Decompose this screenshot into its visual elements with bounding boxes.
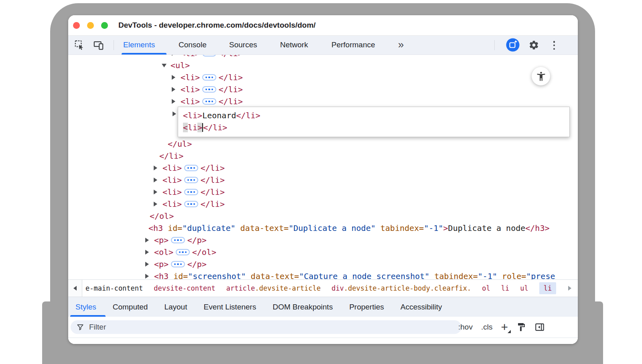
laptop-base-right xyxy=(587,301,603,364)
more-tabs-icon[interactable]: » xyxy=(398,36,404,53)
tab-accessibility[interactable]: Accessibility xyxy=(400,303,442,311)
breadcrumb-item[interactable]: article.devsite-article xyxy=(226,284,321,292)
tab-styles[interactable]: Styles xyxy=(75,303,96,311)
laptop-base-left xyxy=(42,301,58,364)
chevron-right-icon xyxy=(568,286,571,291)
expand-arrow-icon[interactable] xyxy=(172,87,181,92)
collapse-arrow-icon[interactable] xyxy=(162,64,171,67)
filter-funnel-icon xyxy=(76,323,84,331)
styles-filter-bar: :hov .cls + xyxy=(68,317,578,338)
expand-arrow-icon[interactable] xyxy=(172,99,181,104)
more-options-kebab-icon[interactable] xyxy=(552,41,556,50)
zoom-window-button[interactable] xyxy=(101,22,108,29)
dom-node-p[interactable]: <p> </p> xyxy=(68,258,578,270)
filter-input[interactable] xyxy=(88,322,411,332)
dom-node-li[interactable]: <li> </li> xyxy=(68,162,578,174)
expand-inline-icon[interactable] xyxy=(184,201,198,207)
expand-inline-icon[interactable] xyxy=(184,165,198,171)
breadcrumb-scroll-left-button[interactable] xyxy=(68,280,82,297)
active-tab-indicator xyxy=(122,53,167,55)
dom-node-li[interactable]: <li> </li> xyxy=(68,95,578,107)
new-style-rule-button[interactable]: + xyxy=(501,322,508,332)
editor-line-1: <li>Leonard</li> xyxy=(183,109,569,121)
expand-inline-icon[interactable] xyxy=(202,98,216,105)
tab-event-listeners[interactable]: Event Listeners xyxy=(203,303,256,311)
breadcrumb-item[interactable]: devsite-content xyxy=(154,284,215,292)
dom-node-ul-close[interactable]: </ul> xyxy=(68,138,578,150)
dom-node-ol-close[interactable]: </ol> xyxy=(68,210,578,222)
settings-gear-icon[interactable] xyxy=(528,40,539,51)
breadcrumb-item-selected[interactable]: li xyxy=(539,282,556,294)
dom-tree: <li> </li> <ul> <li> </li> <li> </li> xyxy=(68,55,578,279)
expand-arrow-icon[interactable] xyxy=(145,262,154,267)
expand-inline-icon[interactable] xyxy=(171,261,185,267)
expand-arrow-icon[interactable] xyxy=(154,178,163,182)
dom-node-li-clipped[interactable]: <li> </li> xyxy=(68,55,578,59)
tab-layout[interactable]: Layout xyxy=(164,303,187,311)
device-toolbar-icon[interactable] xyxy=(93,40,104,51)
dom-node-ol[interactable]: <ol> </ol> xyxy=(68,246,578,258)
expand-arrow-icon[interactable] xyxy=(154,202,163,206)
expand-arrow-icon[interactable] xyxy=(172,75,181,80)
dom-node-h3-duplicate[interactable]: <h3 id="duplicate" data-text="Duplicate … xyxy=(68,222,578,234)
dom-node-li[interactable]: <li> </li> xyxy=(68,83,578,95)
tab-console[interactable]: Console xyxy=(179,36,207,54)
devtools-toolbar: Elements Console Sources Network Perform… xyxy=(68,36,578,55)
devtools-window: DevTools - developer.chrome.com/docs/dev… xyxy=(68,15,578,344)
dom-node-li[interactable]: <li> </li> xyxy=(68,186,578,198)
dom-node-ul-open[interactable]: <ul> xyxy=(68,59,578,71)
breadcrumb-item[interactable]: ol xyxy=(482,284,490,292)
node-edit-row: <li>Leonard</li> <li></li> xyxy=(68,107,578,138)
filter-field[interactable] xyxy=(71,320,461,334)
breadcrumb-item[interactable]: li xyxy=(501,284,509,292)
breadcrumb-items: e-main-content devsite-content article.d… xyxy=(82,280,556,297)
expand-inline-icon[interactable] xyxy=(202,86,216,93)
toolbar-divider xyxy=(114,40,114,50)
ai-assistance-icon[interactable] xyxy=(506,38,520,52)
dom-node-p[interactable]: <p> </p> xyxy=(68,234,578,246)
breadcrumb-scroll-right-button[interactable] xyxy=(562,280,578,297)
expand-inline-icon[interactable] xyxy=(202,55,216,57)
tab-properties[interactable]: Properties xyxy=(349,303,384,311)
editor-line-2: <li></li> xyxy=(183,121,569,133)
window-title: DevTools - developer.chrome.com/docs/dev… xyxy=(118,15,316,35)
accessibility-fab[interactable] xyxy=(532,67,550,85)
inspect-element-icon[interactable] xyxy=(74,40,85,51)
expand-inline-icon[interactable] xyxy=(184,177,198,183)
node-html-editor[interactable]: <li>Leonard</li> <li></li> xyxy=(178,107,570,137)
tab-dom-breakpoints[interactable]: DOM Breakpoints xyxy=(272,303,333,311)
tab-performance[interactable]: Performance xyxy=(331,36,375,54)
breadcrumb-item[interactable]: e-main-content xyxy=(85,284,143,292)
expand-arrow-icon[interactable] xyxy=(145,250,154,255)
expand-inline-icon[interactable] xyxy=(184,189,198,195)
breadcrumb-item[interactable]: ul xyxy=(520,284,528,292)
tab-network[interactable]: Network xyxy=(280,36,308,54)
tab-elements[interactable]: Elements xyxy=(123,36,155,54)
toolbar-divider xyxy=(494,40,495,50)
window-footer xyxy=(68,338,578,344)
tab-computed[interactable]: Computed xyxy=(113,303,148,311)
tab-sources[interactable]: Sources xyxy=(229,36,257,54)
toggle-sidebar-icon[interactable] xyxy=(534,322,545,332)
dom-node-li[interactable]: <li> </li> xyxy=(68,198,578,210)
dom-node-h3-screenshot[interactable]: <h3 id="screenshot" data-text="Capture a… xyxy=(68,270,578,279)
element-classes-button[interactable]: .cls xyxy=(481,323,493,332)
expand-arrow-icon[interactable] xyxy=(145,238,154,243)
close-window-button[interactable] xyxy=(73,22,80,29)
accessibility-person-icon xyxy=(536,71,547,82)
title-bar: DevTools - developer.chrome.com/docs/dev… xyxy=(68,15,578,36)
expand-arrow-icon[interactable] xyxy=(154,190,163,194)
expand-inline-icon[interactable] xyxy=(171,237,185,243)
toggle-element-state-button[interactable]: :hov xyxy=(458,323,473,332)
expand-arrow-icon[interactable] xyxy=(154,166,163,170)
dom-node-li-close[interactable]: </li> xyxy=(68,150,578,162)
expand-inline-icon[interactable] xyxy=(202,74,216,81)
screenshot-stage: DevTools - developer.chrome.com/docs/dev… xyxy=(0,0,642,364)
minimize-window-button[interactable] xyxy=(87,22,94,29)
expand-inline-icon[interactable] xyxy=(176,249,190,255)
dom-node-li[interactable]: <li> </li> xyxy=(68,71,578,83)
paint-roller-icon[interactable] xyxy=(516,322,526,332)
breadcrumb-item[interactable]: div.devsite-article-body.clearfix. xyxy=(331,284,471,292)
expand-arrow-icon[interactable] xyxy=(145,274,154,279)
dom-node-li[interactable]: <li> </li> xyxy=(68,174,578,186)
